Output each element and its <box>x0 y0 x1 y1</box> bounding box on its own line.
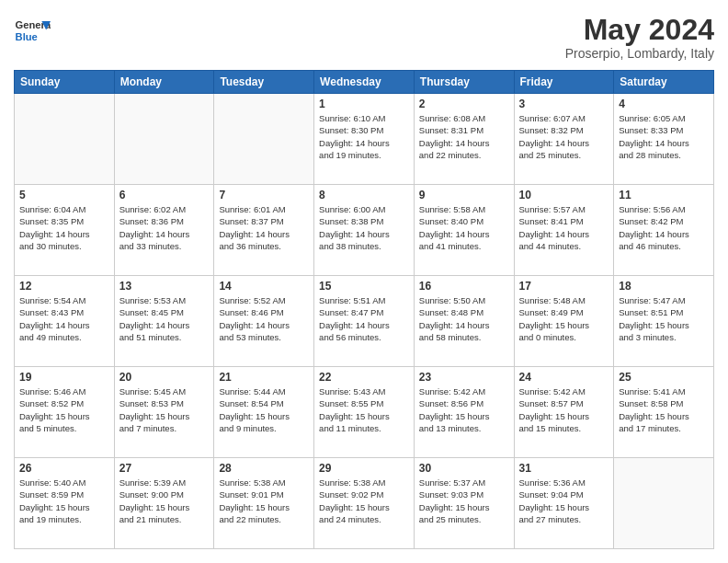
header: General Blue May 2024 Proserpio, Lombard… <box>14 14 714 61</box>
page: General Blue May 2024 Proserpio, Lombard… <box>0 0 728 563</box>
calendar-week-row: 19Sunrise: 5:46 AM Sunset: 8:52 PM Dayli… <box>15 367 714 458</box>
day-number: 16 <box>419 280 509 293</box>
table-row: 12Sunrise: 5:54 AM Sunset: 8:43 PM Dayli… <box>15 276 115 367</box>
day-number: 2 <box>419 98 509 110</box>
day-number: 22 <box>319 371 409 384</box>
table-row: 3Sunrise: 6:07 AM Sunset: 8:32 PM Daylig… <box>514 94 614 185</box>
day-info: Sunrise: 5:51 AM Sunset: 8:47 PM Dayligh… <box>319 294 409 343</box>
day-info: Sunrise: 5:36 AM Sunset: 9:04 PM Dayligh… <box>519 477 609 525</box>
day-info: Sunrise: 5:39 AM Sunset: 9:00 PM Dayligh… <box>119 477 210 525</box>
table-row: 14Sunrise: 5:52 AM Sunset: 8:46 PM Dayli… <box>214 276 314 367</box>
calendar-header-row: Sunday Monday Tuesday Wednesday Thursday… <box>15 71 714 94</box>
logo-icon: General Blue <box>14 14 51 51</box>
table-row: 9Sunrise: 5:58 AM Sunset: 8:40 PM Daylig… <box>414 185 514 276</box>
month-title: May 2024 <box>565 14 714 46</box>
day-info: Sunrise: 5:41 AM Sunset: 8:58 PM Dayligh… <box>619 385 709 434</box>
col-sunday: Sunday <box>15 71 115 94</box>
table-row: 10Sunrise: 5:57 AM Sunset: 8:41 PM Dayli… <box>514 185 614 276</box>
day-number: 11 <box>619 189 709 201</box>
table-row: 13Sunrise: 5:53 AM Sunset: 8:45 PM Dayli… <box>114 276 214 367</box>
day-info: Sunrise: 6:00 AM Sunset: 8:38 PM Dayligh… <box>319 203 409 252</box>
day-number: 14 <box>219 280 309 293</box>
day-info: Sunrise: 5:50 AM Sunset: 8:48 PM Dayligh… <box>419 294 509 343</box>
day-number: 12 <box>19 280 109 293</box>
day-info: Sunrise: 5:57 AM Sunset: 8:41 PM Dayligh… <box>519 203 609 252</box>
table-row: 1Sunrise: 6:10 AM Sunset: 8:30 PM Daylig… <box>314 94 415 185</box>
day-info: Sunrise: 5:52 AM Sunset: 8:46 PM Dayligh… <box>219 294 309 343</box>
day-info: Sunrise: 5:43 AM Sunset: 8:55 PM Dayligh… <box>319 385 409 434</box>
table-row: 5Sunrise: 6:04 AM Sunset: 8:35 PM Daylig… <box>15 185 115 276</box>
day-info: Sunrise: 5:46 AM Sunset: 8:52 PM Dayligh… <box>19 385 109 434</box>
day-info: Sunrise: 5:37 AM Sunset: 9:03 PM Dayligh… <box>419 477 509 525</box>
table-row: 18Sunrise: 5:47 AM Sunset: 8:51 PM Dayli… <box>614 276 714 367</box>
day-number: 1 <box>319 98 409 110</box>
day-number: 23 <box>419 371 509 384</box>
day-number: 6 <box>119 189 210 201</box>
table-row: 27Sunrise: 5:39 AM Sunset: 9:00 PM Dayli… <box>114 458 214 549</box>
day-number: 31 <box>519 462 609 475</box>
col-wednesday: Wednesday <box>314 71 415 94</box>
table-row <box>214 94 314 185</box>
day-number: 26 <box>19 462 109 475</box>
day-info: Sunrise: 5:42 AM Sunset: 8:57 PM Dayligh… <box>519 385 609 434</box>
table-row: 8Sunrise: 6:00 AM Sunset: 8:38 PM Daylig… <box>314 185 415 276</box>
table-row: 19Sunrise: 5:46 AM Sunset: 8:52 PM Dayli… <box>15 367 115 458</box>
day-number: 17 <box>519 280 609 293</box>
day-info: Sunrise: 5:53 AM Sunset: 8:45 PM Dayligh… <box>119 294 210 343</box>
table-row <box>614 458 714 549</box>
logo: General Blue <box>14 14 51 51</box>
day-info: Sunrise: 6:04 AM Sunset: 8:35 PM Dayligh… <box>19 203 109 252</box>
day-info: Sunrise: 5:42 AM Sunset: 8:56 PM Dayligh… <box>419 385 509 434</box>
day-info: Sunrise: 5:44 AM Sunset: 8:54 PM Dayligh… <box>219 385 309 434</box>
day-number: 27 <box>119 462 210 475</box>
day-number: 3 <box>519 98 609 110</box>
day-info: Sunrise: 6:05 AM Sunset: 8:33 PM Dayligh… <box>619 112 709 161</box>
table-row: 22Sunrise: 5:43 AM Sunset: 8:55 PM Dayli… <box>314 367 415 458</box>
calendar-week-row: 1Sunrise: 6:10 AM Sunset: 8:30 PM Daylig… <box>15 94 714 185</box>
col-friday: Friday <box>514 71 614 94</box>
table-row <box>15 94 115 185</box>
day-number: 15 <box>319 280 409 293</box>
calendar-table: Sunday Monday Tuesday Wednesday Thursday… <box>14 70 714 549</box>
table-row: 2Sunrise: 6:08 AM Sunset: 8:31 PM Daylig… <box>414 94 514 185</box>
table-row: 29Sunrise: 5:38 AM Sunset: 9:02 PM Dayli… <box>314 458 415 549</box>
table-row: 21Sunrise: 5:44 AM Sunset: 8:54 PM Dayli… <box>214 367 314 458</box>
table-row: 16Sunrise: 5:50 AM Sunset: 8:48 PM Dayli… <box>414 276 514 367</box>
col-thursday: Thursday <box>414 71 514 94</box>
table-row: 26Sunrise: 5:40 AM Sunset: 8:59 PM Dayli… <box>15 458 115 549</box>
day-info: Sunrise: 5:54 AM Sunset: 8:43 PM Dayligh… <box>19 294 109 343</box>
day-number: 9 <box>419 189 509 201</box>
day-number: 18 <box>619 280 709 293</box>
calendar-week-row: 5Sunrise: 6:04 AM Sunset: 8:35 PM Daylig… <box>15 185 714 276</box>
day-number: 29 <box>319 462 409 475</box>
day-number: 5 <box>19 189 109 201</box>
table-row: 11Sunrise: 5:56 AM Sunset: 8:42 PM Dayli… <box>614 185 714 276</box>
day-info: Sunrise: 5:40 AM Sunset: 8:59 PM Dayligh… <box>19 477 109 525</box>
day-info: Sunrise: 5:48 AM Sunset: 8:49 PM Dayligh… <box>519 294 609 343</box>
table-row: 28Sunrise: 5:38 AM Sunset: 9:01 PM Dayli… <box>214 458 314 549</box>
day-info: Sunrise: 5:38 AM Sunset: 9:02 PM Dayligh… <box>319 477 409 525</box>
day-number: 8 <box>319 189 409 201</box>
table-row: 24Sunrise: 5:42 AM Sunset: 8:57 PM Dayli… <box>514 367 614 458</box>
day-number: 28 <box>219 462 309 475</box>
col-saturday: Saturday <box>614 71 714 94</box>
table-row: 20Sunrise: 5:45 AM Sunset: 8:53 PM Dayli… <box>114 367 214 458</box>
day-info: Sunrise: 5:38 AM Sunset: 9:01 PM Dayligh… <box>219 477 309 525</box>
col-tuesday: Tuesday <box>214 71 314 94</box>
day-number: 7 <box>219 189 309 201</box>
svg-text:Blue: Blue <box>16 31 38 42</box>
day-info: Sunrise: 6:02 AM Sunset: 8:36 PM Dayligh… <box>119 203 210 252</box>
day-info: Sunrise: 5:58 AM Sunset: 8:40 PM Dayligh… <box>419 203 509 252</box>
table-row: 17Sunrise: 5:48 AM Sunset: 8:49 PM Dayli… <box>514 276 614 367</box>
table-row: 7Sunrise: 6:01 AM Sunset: 8:37 PM Daylig… <box>214 185 314 276</box>
day-number: 30 <box>419 462 509 475</box>
day-info: Sunrise: 6:08 AM Sunset: 8:31 PM Dayligh… <box>419 112 509 161</box>
location-subtitle: Proserpio, Lombardy, Italy <box>565 46 714 61</box>
day-number: 21 <box>219 371 309 384</box>
day-info: Sunrise: 6:01 AM Sunset: 8:37 PM Dayligh… <box>219 203 309 252</box>
table-row: 25Sunrise: 5:41 AM Sunset: 8:58 PM Dayli… <box>614 367 714 458</box>
table-row: 30Sunrise: 5:37 AM Sunset: 9:03 PM Dayli… <box>414 458 514 549</box>
title-block: May 2024 Proserpio, Lombardy, Italy <box>565 14 714 61</box>
table-row: 4Sunrise: 6:05 AM Sunset: 8:33 PM Daylig… <box>614 94 714 185</box>
col-monday: Monday <box>114 71 214 94</box>
